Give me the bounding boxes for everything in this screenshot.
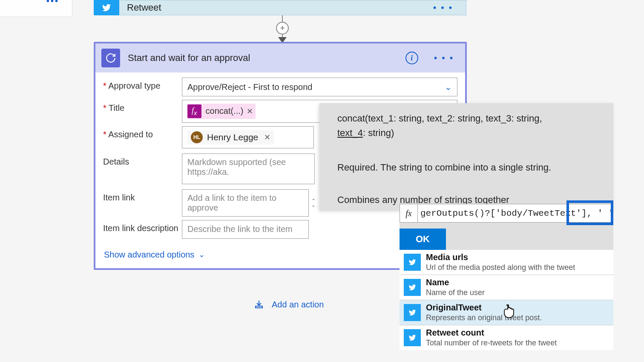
dyn-item-original-tweet[interactable]: OriginalTweet Represents an original twe… [400,300,613,325]
twitter-icon [404,329,421,346]
retweet-menu-icon[interactable]: • • • [420,3,466,13]
dyn-item-title: Name [426,278,485,287]
label-item-link: Item link [103,189,182,203]
info-icon[interactable]: i [405,52,418,64]
dynamic-content-list: Media urls Url of the media posted along… [400,250,613,350]
function-tooltip: concat(text_1: string, text_2: string, t… [319,103,613,211]
item-link-desc-input[interactable]: Describe the link to the item [182,220,309,239]
twitter-bird-icon [101,3,112,12]
assigned-to-input[interactable]: HL Henry Legge ✕ [182,126,314,148]
insert-action-icon [254,299,264,310]
approval-title: Start and wait for an approval [128,52,405,64]
expression-input-row: fx gerOutputs()?['body/TweetText'], ' ',… [400,204,613,223]
label-title: Title [103,100,182,113]
chevron-down-icon: ⌄ [445,82,452,92]
approval-type-dropdown[interactable]: Approve/Reject - First to respond ⌄ [182,78,457,96]
label-assigned-to: Assigned to [103,126,182,139]
fx-icon: fx [187,104,201,118]
tooltip-signature: concat(text_1: string, text_2: string, t… [337,112,603,141]
dyn-item-desc: Url of the media posted along with the t… [426,263,575,272]
flow-connector: + [276,15,289,43]
approval-menu-icon[interactable]: • • • [429,53,459,63]
dyn-item-title: OriginalTweet [426,303,542,313]
tooltip-required: Required. The string to combine into a s… [337,162,603,173]
approval-header: Start and wait for an approval i • • • [95,43,465,72]
count-spinner[interactable]: ⌃ ⌄ [311,199,316,207]
show-advanced-toggle[interactable]: Show advanced options ⌄ [103,242,206,268]
row-approval-type: Approval type Approve/Reject - First to … [103,78,457,96]
details-placeholder: Markdown supported (see https://aka. [187,157,309,177]
dyn-item-desc: Represents an original tweet post. [426,313,542,322]
retweet-title: Retweet [127,2,420,13]
label-details: Details [103,153,182,167]
tooltip-sig-line2: : string) [363,127,394,138]
approval-type-value: Approve/Reject - First to respond [187,82,312,92]
add-step-button[interactable]: + [276,22,289,35]
item-link-input[interactable]: Add a link to the item to approve [182,189,309,217]
twitter-icon [404,304,421,321]
details-input[interactable]: Markdown supported (see https://aka. [182,153,315,184]
dyn-item-title: Media urls [426,252,575,262]
dyn-item-title: Retweet count [426,328,557,338]
dyn-item-media-urls[interactable]: Media urls Url of the media posted along… [400,250,613,275]
tooltip-current-arg: text_4 [337,127,363,138]
twitter-icon [404,279,421,296]
ok-button[interactable]: OK [400,229,446,250]
assignee-chip: HL Henry Legge ✕ [187,130,274,145]
remove-token-icon[interactable]: ✕ [247,107,253,116]
remove-assignee-icon[interactable]: ✕ [264,133,270,142]
collapsed-step-card: ••• [0,0,72,17]
label-approval-type: Approval type [103,78,182,91]
chevron-down-icon: ⌄ [198,250,205,259]
svg-rect-0 [256,306,262,308]
dyn-item-name[interactable]: Name Name of the user [400,275,613,300]
connector-line [282,15,283,22]
retweet-step: Retweet • • • [94,0,466,15]
chevron-down-icon[interactable]: ⌄ [311,203,316,207]
add-action-label: Add an action [272,300,324,310]
dyn-item-desc: Total number of re-tweets for the tweet [426,339,557,348]
refresh-check-icon [105,52,116,64]
dyn-item-retweet-count[interactable]: Retweet count Total number of re-tweets … [400,325,613,350]
avatar: HL [191,131,203,143]
twitter-icon [404,254,421,271]
approval-icon [101,49,120,67]
fx-token: fx concat(...) ✕ [187,104,256,119]
fx-token-text: concat(...) [206,106,244,116]
assignee-name: Henry Legge [207,132,258,142]
show-advanced-label: Show advanced options [104,250,194,260]
label-item-link-desc: Item link description [103,220,182,233]
card-menu-icon[interactable]: ••• [46,0,59,6]
expression-input[interactable]: gerOutputs()?['body/TweetText'], ' ', | [418,209,613,218]
add-action-button[interactable]: Add an action [254,299,324,310]
item-link-desc-placeholder: Describe the link to the item [187,224,293,234]
fx-icon: fx [400,204,418,222]
twitter-icon [94,0,119,15]
tooltip-sig-line1: concat(text_1: string, text_2: string, t… [337,113,542,124]
dyn-item-desc: Name of the user [426,288,485,297]
expression-panel: fx gerOutputs()?['body/TweetText'], ' ',… [400,204,613,250]
item-link-placeholder: Add a link to the item to approve [187,193,303,213]
